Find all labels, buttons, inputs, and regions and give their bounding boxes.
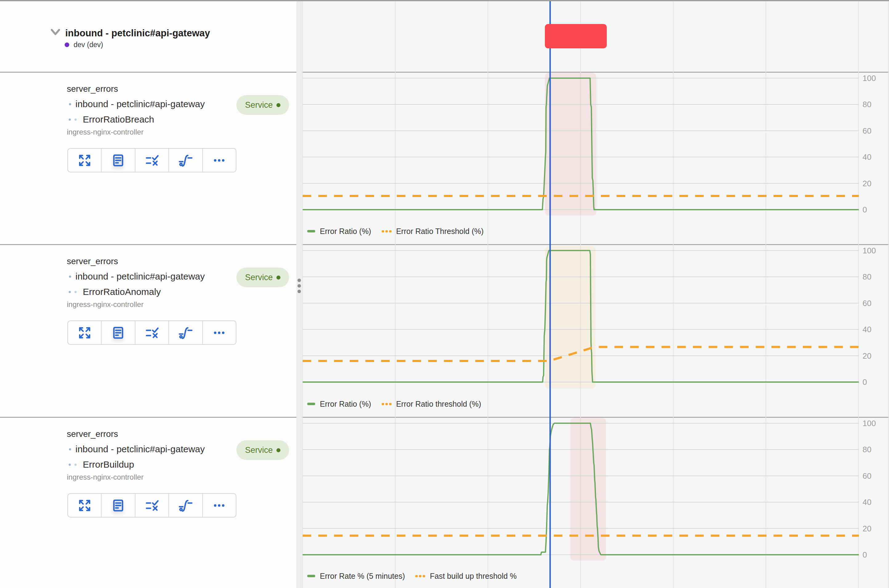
target-label: inbound - petclinic#api-gateway bbox=[75, 444, 205, 454]
service-header: inbound - petclinic#api-gateway dev (dev… bbox=[0, 1, 297, 72]
experiment-marker[interactable] bbox=[545, 24, 607, 48]
step-function-icon bbox=[178, 326, 193, 339]
alert-card-error-ratio-breach: server_errors inbound - petclinic#api-ga… bbox=[0, 72, 297, 243]
tree-bullet bbox=[69, 464, 71, 466]
y-tick-label: 40 bbox=[862, 498, 871, 507]
chevron-down-icon[interactable] bbox=[50, 28, 61, 36]
environment-label: dev (dev) bbox=[73, 40, 103, 49]
tree-bullet bbox=[69, 276, 71, 278]
step-function-icon bbox=[178, 154, 193, 167]
details-button[interactable] bbox=[101, 321, 135, 344]
tree-bullet bbox=[69, 118, 71, 121]
y-tick-label: 0 bbox=[862, 205, 867, 214]
service-badge[interactable]: Service bbox=[237, 440, 289, 460]
y-tick-label: 40 bbox=[862, 152, 871, 162]
card-toolbar bbox=[67, 148, 237, 172]
step-function-button[interactable] bbox=[168, 149, 202, 172]
checklist-icon bbox=[145, 154, 159, 167]
legend-label: Fast build up threshold % bbox=[430, 572, 517, 580]
legend-dashed-marker bbox=[382, 403, 391, 405]
y-tick-label: 80 bbox=[862, 272, 871, 281]
document-icon bbox=[112, 499, 124, 512]
source-label: ingress-nginx-controller bbox=[67, 128, 144, 136]
step-function-button[interactable] bbox=[168, 494, 202, 517]
legend-solid-marker bbox=[307, 575, 315, 577]
target-label: inbound - petclinic#api-gateway bbox=[75, 99, 205, 109]
checklist-button[interactable] bbox=[135, 149, 168, 172]
document-icon bbox=[112, 154, 124, 167]
expand-button[interactable] bbox=[68, 149, 101, 172]
policy-label: ErrorRatioBreach bbox=[83, 114, 154, 124]
metric-name: server_errors bbox=[67, 429, 118, 439]
legend-dashed-marker bbox=[382, 230, 391, 232]
legend-label: Error Rate % (5 minutes) bbox=[320, 572, 405, 580]
status-dot bbox=[276, 276, 280, 279]
source-label: ingress-nginx-controller bbox=[67, 300, 144, 309]
legend-label: Error Ratio (%) bbox=[320, 227, 371, 236]
more-button[interactable] bbox=[202, 494, 236, 517]
chart-legend: Error Ratio (%) Error Ratio threshold (%… bbox=[307, 399, 481, 408]
legend-solid-marker bbox=[307, 403, 315, 405]
details-button[interactable] bbox=[101, 494, 135, 517]
badge-label: Service bbox=[245, 440, 273, 460]
highlight-band bbox=[545, 73, 596, 216]
app-root: inbound - petclinic#api-gateway dev (dev… bbox=[0, 0, 889, 588]
left-panel: inbound - petclinic#api-gateway dev (dev… bbox=[0, 0, 297, 588]
environment-row: dev (dev) bbox=[64, 40, 103, 49]
expand-icon bbox=[78, 154, 91, 167]
more-icon bbox=[213, 499, 226, 512]
y-tick-label: 60 bbox=[862, 471, 871, 480]
y-tick-label: 40 bbox=[862, 325, 871, 334]
legend-solid-marker bbox=[307, 230, 315, 232]
expand-button[interactable] bbox=[68, 321, 101, 344]
top-border bbox=[0, 0, 889, 1]
target-label: inbound - petclinic#api-gateway bbox=[75, 271, 205, 282]
checklist-button[interactable] bbox=[135, 321, 168, 344]
status-dot bbox=[276, 103, 280, 107]
checklist-button[interactable] bbox=[135, 494, 168, 517]
y-tick-label: 60 bbox=[862, 298, 871, 308]
document-icon bbox=[112, 326, 124, 339]
policy-label: ErrorBuildup bbox=[83, 459, 134, 470]
tree-bullet bbox=[75, 291, 76, 293]
expand-button[interactable] bbox=[68, 494, 101, 517]
badge-label: Service bbox=[245, 267, 273, 287]
tree-bullet bbox=[69, 448, 71, 450]
highlight-band bbox=[570, 418, 606, 561]
panel-resize-handle[interactable] bbox=[297, 0, 302, 588]
y-tick-label: 0 bbox=[862, 550, 867, 560]
step-function-button[interactable] bbox=[168, 321, 202, 344]
badge-label: Service bbox=[245, 95, 273, 115]
checklist-icon bbox=[145, 326, 159, 339]
service-badge[interactable]: Service bbox=[237, 267, 289, 287]
legend-label: Error Ratio threshold (%) bbox=[396, 400, 481, 408]
charts-canvas: 020406080100020406080100020406080100 bbox=[302, 0, 889, 588]
page-title: inbound - petclinic#api-gateway bbox=[65, 28, 210, 39]
chart-legend: Error Ratio (%) Error Ratio Threshold (%… bbox=[307, 226, 484, 236]
tree-bullet bbox=[75, 118, 76, 121]
y-tick-label: 80 bbox=[862, 100, 871, 109]
status-dot bbox=[276, 448, 280, 452]
alert-card-error-buildup: server_errors inbound - petclinic#api-ga… bbox=[0, 417, 297, 588]
tree-bullet bbox=[75, 464, 76, 466]
environment-dot bbox=[64, 42, 69, 47]
y-tick-label: 20 bbox=[862, 524, 871, 533]
details-button[interactable] bbox=[101, 149, 135, 172]
chart-area: 020406080100020406080100020406080100 Err… bbox=[302, 0, 889, 588]
alert-card-error-ratio-anomaly: server_errors inbound - petclinic#api-ga… bbox=[0, 245, 297, 416]
more-button[interactable] bbox=[202, 321, 236, 344]
chart-legend: Error Rate % (5 minutes) Fast build up t… bbox=[307, 572, 517, 580]
more-button[interactable] bbox=[202, 149, 236, 172]
expand-icon bbox=[78, 499, 91, 512]
y-tick-label: 100 bbox=[862, 74, 876, 83]
metric-name: server_errors bbox=[67, 256, 118, 266]
legend-label: Error Ratio (%) bbox=[320, 400, 371, 408]
y-tick-label: 60 bbox=[862, 126, 871, 135]
service-badge[interactable]: Service bbox=[237, 95, 289, 115]
highlight-band bbox=[545, 246, 595, 388]
y-tick-label: 0 bbox=[862, 377, 867, 387]
legend-label: Error Ratio Threshold (%) bbox=[396, 227, 484, 236]
y-tick-label: 100 bbox=[862, 418, 876, 428]
step-function-icon bbox=[178, 499, 193, 512]
y-tick-label: 20 bbox=[862, 351, 871, 360]
